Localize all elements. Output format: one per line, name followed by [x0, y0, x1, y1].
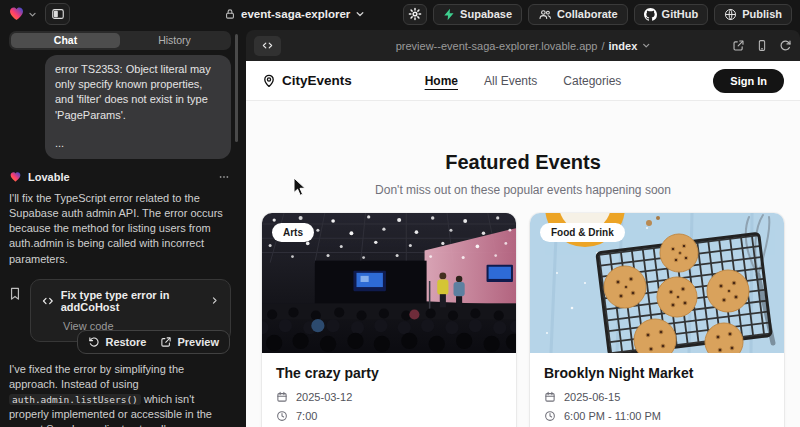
assistant-message: I've fixed the error by simplifying the … — [9, 362, 231, 427]
event-title: The crazy party — [276, 365, 502, 381]
chevron-right-icon — [210, 295, 219, 306]
globe-icon — [724, 8, 737, 21]
map-pin-icon — [262, 74, 276, 88]
restore-button[interactable]: Restore — [84, 334, 150, 350]
event-card[interactable]: Arts The crazy party 2025-03-12 7:00 — [262, 213, 516, 427]
github-icon — [644, 8, 657, 21]
clock-icon — [276, 410, 288, 422]
code-view-button[interactable] — [254, 36, 281, 56]
app-nav: Home All Events Categories — [425, 74, 622, 88]
github-button[interactable]: GitHub — [634, 4, 709, 25]
toggle-sidebar-button[interactable] — [45, 3, 70, 25]
publish-button[interactable]: Publish — [714, 4, 792, 25]
assistant-message: I'll fix the TypeScript error related to… — [9, 191, 231, 267]
app-header: CityEvents Home All Events Categories Si… — [246, 61, 800, 101]
lovable-heart-icon — [8, 6, 25, 22]
assistant-name: Lovable — [28, 171, 70, 183]
event-date-row: 2025-06-15 — [544, 391, 770, 403]
preview-panel: preview--event-saga-explorer.lovable.app… — [246, 30, 800, 427]
tool-title: Fix type type error in addCoHost — [61, 289, 203, 313]
more-horizontal-icon — [217, 171, 231, 183]
smartphone-icon — [756, 39, 768, 52]
bookmark-icon[interactable] — [9, 287, 21, 301]
category-badge: Food & Drink — [540, 223, 625, 242]
lovable-logo-menu[interactable] — [8, 6, 37, 22]
lovable-heart-icon — [9, 171, 22, 183]
supabase-bolt-icon — [443, 8, 455, 21]
url-host: preview--event-saga-explorer.lovable.app — [396, 40, 598, 52]
panel-left-icon — [51, 7, 65, 21]
user-message: error TS2353: Object literal may only sp… — [45, 55, 231, 159]
version-actions: Restore Preview — [77, 330, 230, 354]
event-cards: Arts The crazy party 2025-03-12 7:00 — [246, 197, 800, 427]
event-date-row: 2025-03-12 — [276, 391, 502, 403]
supabase-button[interactable]: Supabase — [433, 4, 522, 25]
clock-icon — [544, 410, 556, 422]
event-image-conference: Arts — [262, 213, 516, 353]
chat-panel: Chat History error TS2353: Object litera… — [0, 28, 240, 427]
section-title: Featured Events — [246, 151, 800, 174]
chat-scrollbar[interactable] — [235, 34, 238, 142]
featured-section: Featured Events Don't miss out on these … — [246, 101, 800, 197]
lock-icon — [224, 8, 236, 20]
event-card[interactable]: Food & Drink Brooklyn Night Market 2025-… — [530, 213, 784, 427]
tab-chat[interactable]: Chat — [11, 33, 120, 48]
nav-all-events[interactable]: All Events — [484, 74, 537, 88]
message-options-button[interactable] — [217, 171, 231, 183]
code-icon — [42, 295, 54, 307]
chevron-down-icon — [28, 10, 37, 19]
category-badge: Arts — [272, 223, 314, 242]
calendar-icon — [276, 391, 288, 403]
mobile-view-button[interactable] — [756, 39, 768, 52]
app-viewport: CityEvents Home All Events Categories Si… — [246, 61, 800, 427]
sign-in-button[interactable]: Sign In — [713, 69, 784, 93]
chevron-down-icon — [355, 9, 365, 19]
event-title: Brooklyn Night Market — [544, 365, 770, 381]
inline-code: auth.admin.listUsers() — [9, 394, 141, 405]
tab-history[interactable]: History — [120, 33, 229, 48]
topbar: event-saga-explorer Supabase Collaborate — [0, 0, 800, 28]
preview-toolbar: preview--event-saga-explorer.lovable.app… — [246, 30, 800, 61]
nav-categories[interactable]: Categories — [563, 74, 621, 88]
open-in-new-tab-button[interactable] — [732, 39, 745, 52]
refresh-button[interactable] — [779, 39, 792, 52]
event-image-cookies: Food & Drink — [530, 213, 784, 353]
settings-button[interactable] — [403, 4, 427, 25]
event-time-row: 7:00 — [276, 410, 502, 422]
preview-button[interactable]: Preview — [156, 334, 223, 350]
gear-icon — [408, 7, 422, 21]
chevron-down-icon — [641, 41, 650, 50]
code-icon — [261, 40, 274, 51]
project-switcher[interactable]: event-saga-explorer — [224, 0, 365, 28]
external-link-icon — [732, 39, 745, 52]
chat-history-tabs: Chat History — [9, 31, 231, 50]
url-bar[interactable]: preview--event-saga-explorer.lovable.app… — [396, 40, 651, 52]
app-brand[interactable]: CityEvents — [262, 73, 352, 88]
url-page: index — [609, 40, 638, 52]
external-link-icon — [160, 336, 172, 348]
calendar-icon — [544, 391, 556, 403]
event-time-row: 6:00 PM - 11:00 PM — [544, 410, 770, 422]
user-message-text: error TS2353: Object literal may only sp… — [55, 62, 221, 123]
user-message-truncation: ... — [55, 136, 221, 151]
project-name: event-saga-explorer — [241, 8, 350, 20]
section-subtitle: Don't miss out on these popular events h… — [246, 183, 800, 197]
restore-icon — [88, 336, 100, 348]
nav-home[interactable]: Home — [425, 74, 458, 88]
refresh-icon — [779, 39, 792, 52]
assistant-header: Lovable — [9, 171, 231, 183]
collaborate-button[interactable]: Collaborate — [528, 4, 628, 25]
users-icon — [538, 8, 552, 21]
